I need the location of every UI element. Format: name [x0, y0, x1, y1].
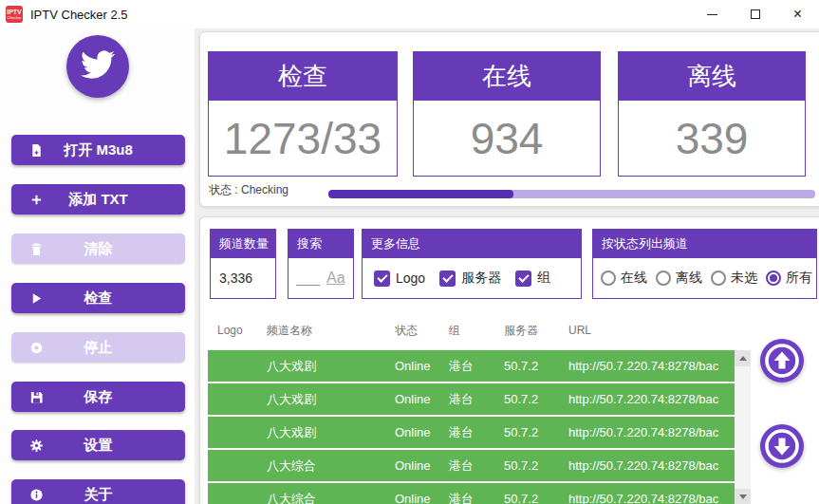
search-title: 搜索	[289, 230, 353, 258]
clear-button[interactable]: 清除	[11, 233, 185, 264]
server-cell: 50.7.2	[494, 492, 559, 504]
group-cell: 港台	[439, 457, 494, 475]
more-info-panel: 更多信息 Logo 服务器 组	[362, 229, 582, 299]
title-bar: IPTV Checker IPTV Checker 2.5 ×	[0, 0, 819, 28]
open-m3u8-label: 打开 M3u8	[64, 141, 133, 159]
add-txt-button[interactable]: 添加 TXT	[11, 184, 185, 215]
stop-label: 停止	[84, 339, 113, 357]
file-icon	[28, 142, 44, 158]
name-cell: 八大戏剧	[257, 358, 385, 375]
radio-offline-label: 离线	[676, 270, 702, 287]
app-logo-subtext: Checker	[8, 15, 22, 20]
play-icon	[28, 290, 44, 306]
jump-to-top-button[interactable]	[759, 338, 805, 383]
close-icon: ×	[793, 7, 802, 22]
status-filter-title: 按状态列出频道	[593, 230, 816, 258]
checkbox-logo[interactable]: Logo	[374, 271, 425, 287]
name-cell: 八大综合	[257, 491, 385, 504]
radio-icon	[711, 271, 726, 286]
table-row[interactable]: 八大戏剧 Online 港台 50.7.2 http://50.7.220.74…	[208, 350, 735, 382]
status-cell: Online	[385, 392, 439, 406]
close-button[interactable]: ×	[776, 0, 819, 28]
stop-icon	[28, 340, 44, 355]
radio-icon	[601, 271, 616, 286]
twitter-bird-icon	[81, 47, 115, 85]
radio-selected-icon	[766, 271, 781, 286]
group-cell: 港台	[439, 391, 494, 408]
radio-online[interactable]: 在线	[601, 270, 647, 287]
server-cell: 50.7.2	[494, 359, 559, 373]
url-cell: http://50.7.220.74:8278/bac	[559, 492, 735, 504]
col-group: 组	[439, 323, 494, 339]
save-button[interactable]: 保存	[11, 382, 185, 412]
checkbox-logo-label: Logo	[396, 271, 425, 286]
stat-checked-title: 检查	[209, 52, 397, 101]
jump-to-bottom-button[interactable]	[759, 423, 805, 469]
about-button[interactable]: 关于	[11, 479, 185, 504]
minimize-button[interactable]	[691, 0, 734, 28]
more-info-title: 更多信息	[363, 230, 581, 258]
scroll-down-button[interactable]	[735, 489, 751, 504]
app-logo-text: IPTV	[7, 9, 22, 15]
radio-unselected[interactable]: 未选	[711, 270, 757, 287]
checkbox-server-label: 服务器	[461, 270, 501, 287]
app-logo-icon: IPTV Checker	[6, 6, 23, 23]
twitter-avatar[interactable]	[66, 35, 129, 98]
url-cell: http://50.7.220.74:8278/bac	[559, 359, 735, 373]
group-cell: 港台	[439, 358, 494, 375]
stat-offline-title: 离线	[619, 52, 805, 101]
maximize-button[interactable]	[734, 0, 776, 28]
name-cell: 八大戏剧	[257, 424, 385, 441]
search-input[interactable]	[296, 271, 320, 286]
url-cell: http://50.7.220.74:8278/bac	[559, 425, 735, 439]
info-icon	[28, 487, 44, 502]
progress-bar	[328, 190, 815, 198]
save-icon	[28, 389, 44, 404]
check-button[interactable]: 检查	[11, 283, 185, 313]
stat-checked-value: 1273/33	[209, 101, 397, 176]
radio-all[interactable]: 所有	[766, 270, 812, 287]
app-window: IPTV Checker IPTV Checker 2.5 × 打开 M3u8	[0, 0, 819, 504]
table-scrollbar[interactable]	[735, 350, 751, 504]
col-logo: Logo	[208, 324, 257, 337]
status-filter-panel: 按状态列出频道 在线 离线 未选 所有	[592, 229, 817, 299]
circle-arrow-down-icon	[759, 423, 805, 469]
checkbox-group-label: 组	[537, 270, 550, 287]
table-header: Logo 频道名称 状态 组 服务器 URL	[208, 312, 735, 348]
col-name: 频道名称	[257, 323, 385, 339]
open-m3u8-button[interactable]: 打开 M3u8	[11, 135, 185, 165]
text-format-icon: Aa	[326, 270, 345, 287]
radio-unselected-label: 未选	[731, 270, 757, 287]
col-status: 状态	[385, 323, 439, 339]
checkbox-server[interactable]: 服务器	[439, 270, 501, 287]
checkbox-group[interactable]: 组	[515, 270, 550, 287]
channel-count-panel: 频道数量 3,336	[210, 229, 276, 299]
status-cell: Online	[385, 492, 439, 504]
main-area: 检查 1273/33 在线 934 离线 339 状态 : Checking 频…	[195, 28, 819, 504]
table-row[interactable]: 八大戏剧 Online 港台 50.7.2 http://50.7.220.74…	[208, 417, 735, 448]
plus-icon	[28, 192, 44, 207]
checkbox-checked-icon	[439, 271, 456, 287]
radio-offline[interactable]: 离线	[656, 270, 702, 287]
table-row[interactable]: 八大戏剧 Online 港台 50.7.2 http://50.7.220.74…	[208, 383, 735, 415]
table-row[interactable]: 八大综合 Online 港台 50.7.2 http://50.7.220.74…	[208, 483, 735, 504]
add-txt-label: 添加 TXT	[68, 191, 128, 209]
server-cell: 50.7.2	[494, 392, 559, 406]
settings-label: 设置	[84, 437, 113, 455]
stat-card-checked: 检查 1273/33	[208, 51, 398, 177]
sidebar: 打开 M3u8 添加 TXT 清除 检查 停止	[0, 28, 195, 504]
status-cell: Online	[385, 425, 439, 439]
server-cell: 50.7.2	[494, 458, 559, 473]
about-label: 关于	[84, 486, 113, 504]
server-cell: 50.7.2	[494, 425, 559, 439]
stop-button[interactable]: 停止	[11, 332, 185, 363]
status-text: 状态 : Checking	[209, 182, 289, 198]
col-url: URL	[559, 324, 735, 337]
radio-all-label: 所有	[786, 270, 812, 287]
table-row[interactable]: 八大综合 Online 港台 50.7.2 http://50.7.220.74…	[208, 450, 735, 481]
settings-button[interactable]: 设置	[11, 430, 185, 460]
scroll-up-icon	[739, 356, 747, 361]
clear-label: 清除	[84, 240, 113, 258]
radio-icon	[656, 271, 671, 286]
scroll-up-button[interactable]	[735, 350, 751, 366]
